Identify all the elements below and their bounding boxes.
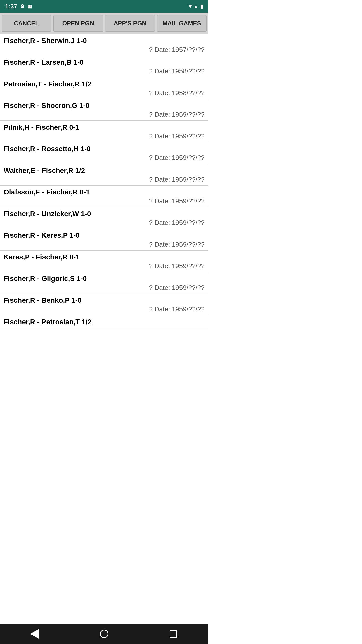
status-bar-left: 1:37 ⚙ ▦ bbox=[5, 3, 32, 10]
game-list: Fischer,R - Sherwin,J 1-0? Date: 1957/??… bbox=[0, 34, 208, 328]
game-title: Fischer,R - Gligoric,S 1-0 bbox=[4, 275, 205, 283]
game-title: Pilnik,H - Fischer,R 0-1 bbox=[4, 123, 205, 131]
list-item[interactable]: Fischer,R - Shocron,G 1-0? Date: 1959/??… bbox=[0, 99, 208, 121]
list-item[interactable]: Fischer,R - Rossetto,H 1-0? Date: 1959/?… bbox=[0, 142, 208, 164]
signal-icon: ▲ bbox=[193, 4, 198, 9]
list-item[interactable]: Walther,E - Fischer,R 1/2? Date: 1959/??… bbox=[0, 164, 208, 186]
game-date: ? Date: 1959/??/?? bbox=[4, 111, 205, 118]
game-date: ? Date: 1958/??/?? bbox=[4, 67, 205, 75]
list-item[interactable]: Fischer,R - Benko,P 1-0? Date: 1959/??/?… bbox=[0, 294, 208, 315]
wifi-icon: ▾ bbox=[189, 3, 191, 9]
game-date: ? Date: 1957/??/?? bbox=[4, 46, 205, 54]
game-title: Petrosian,T - Fischer,R 1/2 bbox=[4, 80, 205, 88]
game-date: ? Date: 1959/??/?? bbox=[4, 305, 205, 313]
status-bar: 1:37 ⚙ ▦ ▾ ▲ ▮ bbox=[0, 0, 208, 13]
toolbar: CANCEL OPEN PGN APP'S PGN MAIL GAMES bbox=[0, 13, 208, 34]
game-date: ? Date: 1958/??/?? bbox=[4, 89, 205, 97]
list-item[interactable]: Fischer,R - Gligoric,S 1-0? Date: 1959/?… bbox=[0, 272, 208, 294]
cancel-button[interactable]: CANCEL bbox=[2, 15, 51, 32]
game-date: ? Date: 1959/??/?? bbox=[4, 284, 205, 292]
note-icon: ▦ bbox=[28, 4, 32, 9]
list-item[interactable]: Keres,P - Fischer,R 0-1? Date: 1959/??/?… bbox=[0, 251, 208, 272]
mail-games-button[interactable]: MAIL GAMES bbox=[157, 15, 207, 32]
status-bar-right: ▾ ▲ ▮ bbox=[189, 3, 203, 9]
game-title: Fischer,R - Unzicker,W 1-0 bbox=[4, 210, 205, 218]
game-date: ? Date: 1959/??/?? bbox=[4, 240, 205, 248]
list-item[interactable]: Olafsson,F - Fischer,R 0-1? Date: 1959/?… bbox=[0, 186, 208, 207]
game-title: Fischer,R - Benko,P 1-0 bbox=[4, 296, 205, 304]
list-item[interactable]: Pilnik,H - Fischer,R 0-1? Date: 1959/??/… bbox=[0, 121, 208, 142]
list-item[interactable]: Fischer,R - Unzicker,W 1-0? Date: 1959/?… bbox=[0, 207, 208, 229]
game-title: Olafsson,F - Fischer,R 0-1 bbox=[4, 188, 205, 196]
game-title: Keres,P - Fischer,R 0-1 bbox=[4, 253, 205, 261]
game-title: Fischer,R - Keres,P 1-0 bbox=[4, 231, 205, 239]
status-time: 1:37 bbox=[5, 3, 17, 10]
battery-icon: ▮ bbox=[200, 3, 203, 9]
game-date: ? Date: 1959/??/?? bbox=[4, 176, 205, 183]
game-date: ? Date: 1959/??/?? bbox=[4, 219, 205, 227]
open-pgn-button[interactable]: OPEN PGN bbox=[53, 15, 103, 32]
game-title: Walther,E - Fischer,R 1/2 bbox=[4, 167, 205, 175]
game-title: Fischer,R - Larsen,B 1-0 bbox=[4, 58, 205, 66]
list-item[interactable]: Fischer,R - Sherwin,J 1-0? Date: 1957/??… bbox=[0, 34, 208, 56]
game-date: ? Date: 1959/??/?? bbox=[4, 132, 205, 140]
list-item[interactable]: Fischer,R - Petrosian,T 1/2 bbox=[0, 315, 208, 328]
list-item[interactable]: Fischer,R - Keres,P 1-0? Date: 1959/??/?… bbox=[0, 229, 208, 251]
game-title: Fischer,R - Petrosian,T 1/2 bbox=[4, 318, 205, 326]
list-item[interactable]: Petrosian,T - Fischer,R 1/2? Date: 1958/… bbox=[0, 77, 208, 99]
game-date: ? Date: 1959/??/?? bbox=[4, 154, 205, 162]
game-date: ? Date: 1959/??/?? bbox=[4, 197, 205, 205]
game-date: ? Date: 1959/??/?? bbox=[4, 262, 205, 270]
list-item[interactable]: Fischer,R - Larsen,B 1-0? Date: 1958/??/… bbox=[0, 56, 208, 77]
game-title: Fischer,R - Sherwin,J 1-0 bbox=[4, 37, 205, 45]
apps-pgn-button[interactable]: APP'S PGN bbox=[105, 15, 155, 32]
game-title: Fischer,R - Shocron,G 1-0 bbox=[4, 102, 205, 110]
game-title: Fischer,R - Rossetto,H 1-0 bbox=[4, 145, 205, 153]
gear-icon: ⚙ bbox=[20, 3, 25, 9]
